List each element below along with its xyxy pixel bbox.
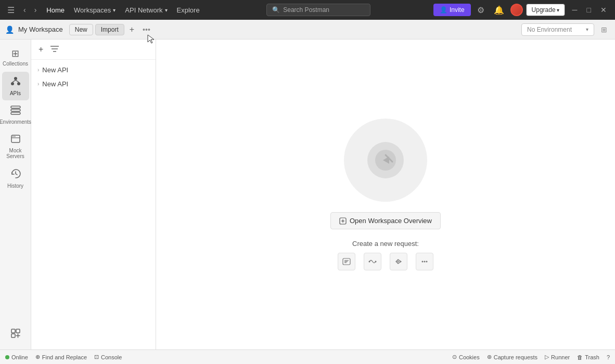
- sidebar-bottom: [2, 324, 29, 345]
- titlebar-right: 👤 Invite ⚙ 🔔 Upgrade ▾ ─ □ ✕: [433, 3, 611, 17]
- avatar[interactable]: [510, 4, 523, 16]
- panel-list: › New API › New API: [31, 60, 156, 94]
- find-replace-button[interactable]: ⊕ Find and Replace: [35, 354, 87, 360]
- runner-button[interactable]: ▷ Runner: [545, 354, 570, 360]
- titlebar: ☰ ‹ › Home Workspaces ▾ API Network ▾ Ex…: [0, 0, 615, 20]
- settings-button[interactable]: ⚙: [474, 3, 488, 17]
- workspace-person-icon: 👤: [5, 25, 14, 34]
- workspace-actions: New Import + •••: [69, 23, 153, 36]
- trash-button[interactable]: 🗑 Trash: [577, 354, 599, 360]
- side-panel: + › New API › New API: [31, 40, 156, 349]
- svg-point-0: [14, 77, 17, 80]
- sidebar-item-collections[interactable]: ⊞ Collections: [2, 44, 29, 71]
- find-replace-icon: ⊕: [35, 354, 40, 360]
- capture-icon: ⊛: [487, 354, 492, 360]
- item-chevron-icon: ›: [37, 67, 39, 73]
- online-dot: [5, 355, 9, 359]
- env-chevron-icon: ▾: [586, 27, 588, 32]
- online-status[interactable]: Online: [5, 354, 28, 360]
- maximize-button[interactable]: □: [583, 4, 595, 16]
- notifications-button[interactable]: 🔔: [491, 3, 507, 17]
- invite-button[interactable]: 👤 Invite: [433, 4, 471, 16]
- collections-icon: ⊞: [11, 48, 19, 59]
- new-button[interactable]: New: [69, 24, 93, 35]
- create-request-section: Create a new request:: [338, 240, 433, 270]
- window-controls: ─ □ ✕: [568, 4, 611, 16]
- nav-forward-button[interactable]: ›: [32, 4, 40, 16]
- empty-icon-circle: [344, 119, 427, 202]
- svg-point-28: [375, 261, 377, 263]
- trash-icon: 🗑: [577, 354, 583, 360]
- more-options-button[interactable]: [416, 253, 433, 270]
- list-item[interactable]: › New API: [31, 77, 156, 91]
- titlebar-nav: Home Workspaces ▾ API Network ▾ Explore: [42, 4, 203, 16]
- runner-icon: ▷: [545, 354, 549, 360]
- sidebar-item-mock-servers[interactable]: Mock Servers: [2, 130, 29, 163]
- panel-filter-button[interactable]: [48, 44, 61, 55]
- svg-line-3: [12, 80, 16, 82]
- bottom-bar: Online ⊕ Find and Replace ⊡ Console ⊙ Co…: [0, 349, 615, 364]
- svg-point-31: [422, 261, 424, 263]
- list-item[interactable]: › New API: [31, 63, 156, 77]
- import-button[interactable]: Import: [95, 24, 124, 35]
- svg-point-32: [424, 261, 426, 263]
- upgrade-button[interactable]: Upgrade ▾: [526, 4, 565, 16]
- add-tab-button[interactable]: +: [126, 23, 137, 36]
- hamburger-button[interactable]: ☰: [4, 3, 18, 17]
- svg-line-4: [16, 80, 19, 82]
- sidebar-item-extensions[interactable]: [2, 324, 29, 345]
- history-icon: [10, 168, 21, 181]
- svg-point-27: [369, 261, 370, 263]
- get-request-button[interactable]: [338, 253, 355, 270]
- cookies-button[interactable]: ⊙ Cookies: [452, 354, 480, 360]
- search-icon: 🔍: [272, 6, 280, 14]
- nav-workspaces[interactable]: Workspaces ▾: [70, 4, 120, 16]
- websocket-button[interactable]: [364, 253, 381, 270]
- help-icon: ?: [607, 354, 610, 360]
- main-layout: ⊞ Collections APIs: [0, 40, 615, 349]
- extensions-icon: [10, 328, 21, 341]
- svg-rect-13: [16, 329, 20, 333]
- upgrade-chevron-icon: ▾: [557, 7, 559, 13]
- main-content: Open Workspace Overview Create a new req…: [156, 40, 615, 349]
- close-button[interactable]: ✕: [596, 4, 611, 16]
- minimize-button[interactable]: ─: [568, 4, 582, 16]
- api-network-chevron-icon: ▾: [165, 7, 168, 13]
- nav-api-network[interactable]: API Network ▾: [121, 4, 171, 16]
- mock-servers-icon: [10, 134, 21, 146]
- nav-back-button[interactable]: ‹: [21, 4, 29, 16]
- workspaces-chevron-icon: ▾: [113, 7, 116, 13]
- open-workspace-label: Open Workspace Overview: [350, 217, 432, 225]
- apis-icon: [10, 76, 21, 89]
- help-button[interactable]: ?: [607, 354, 610, 360]
- sidebar-item-apis[interactable]: APIs: [2, 72, 29, 100]
- capture-requests-button[interactable]: ⊛ Capture requests: [487, 354, 537, 360]
- svg-rect-7: [11, 112, 20, 114]
- search-bar[interactable]: 🔍 Search Postman: [266, 4, 370, 16]
- sidebar-item-history[interactable]: History: [2, 164, 29, 193]
- svg-point-33: [426, 261, 428, 263]
- more-tabs-button[interactable]: •••: [139, 24, 153, 35]
- grpc-button[interactable]: [390, 253, 407, 270]
- nav-explore[interactable]: Explore: [173, 4, 204, 16]
- console-button[interactable]: ⊡ Console: [94, 354, 122, 360]
- item-chevron-icon: ›: [37, 81, 39, 87]
- empty-icon-inner: [367, 142, 404, 178]
- titlebar-left: ☰ ‹ › Home Workspaces ▾ API Network ▾ Ex…: [4, 3, 204, 17]
- svg-rect-6: [11, 109, 20, 111]
- sidebar-item-environments[interactable]: Environments: [2, 101, 29, 129]
- cookies-icon: ⊙: [452, 354, 457, 360]
- create-request-label: Create a new request:: [352, 240, 419, 248]
- environment-selector[interactable]: No Environment ▾: [521, 23, 594, 36]
- environment-icon-button[interactable]: ⊞: [598, 23, 610, 36]
- workspace-bar: 👤 My Workspace New Import + ••• No Envir…: [0, 20, 615, 40]
- invite-icon: 👤: [440, 6, 447, 14]
- open-workspace-button[interactable]: Open Workspace Overview: [330, 212, 441, 229]
- svg-point-11: [14, 136, 15, 137]
- nav-home[interactable]: Home: [42, 4, 69, 16]
- bottom-right: ⊙ Cookies ⊛ Capture requests ▷ Runner 🗑 …: [452, 354, 610, 360]
- request-icons: [338, 253, 433, 270]
- bottom-left: Online ⊕ Find and Replace ⊡ Console: [5, 354, 122, 360]
- panel-add-button[interactable]: +: [36, 44, 45, 55]
- svg-point-1: [11, 82, 14, 85]
